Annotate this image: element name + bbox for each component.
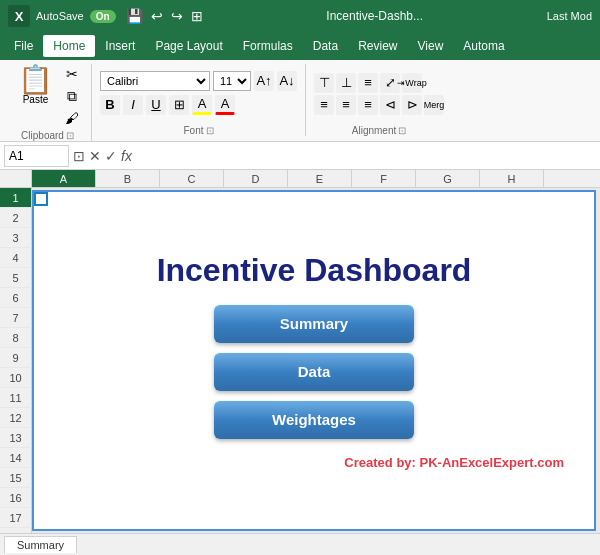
align-middle-button[interactable]: ⊥ xyxy=(336,73,356,93)
formula-fn-icon[interactable]: fx xyxy=(121,148,132,164)
paste-label: Paste xyxy=(23,94,49,105)
menu-automate[interactable]: Automa xyxy=(453,35,514,57)
undo-icon[interactable]: ↩ xyxy=(151,8,163,24)
row-num-8[interactable]: 8 xyxy=(0,328,32,348)
save-icon[interactable]: 💾 xyxy=(126,8,143,24)
borders-button[interactable]: ⊞ xyxy=(169,95,189,115)
row-num-1[interactable]: 1 xyxy=(0,188,32,208)
merge-button[interactable]: Merg xyxy=(424,95,444,115)
cut-button[interactable]: ✂ xyxy=(61,64,83,84)
row-num-17[interactable]: 17 xyxy=(0,508,32,528)
paste-button[interactable]: 📋 Paste xyxy=(12,64,59,107)
font-size-select[interactable]: 11 xyxy=(213,71,251,91)
font-label: Font ⊡ xyxy=(183,125,213,136)
menu-formulas[interactable]: Formulas xyxy=(233,35,303,57)
col-header-e[interactable]: E xyxy=(288,170,352,187)
dashboard-title: Incentive Dashboard xyxy=(157,252,472,289)
format-painter-button[interactable]: 🖌 xyxy=(61,108,83,128)
clipboard-right: ✂ ⧉ 🖌 xyxy=(61,64,83,128)
row-num-16[interactable]: 16 xyxy=(0,488,32,508)
align-bottom-button[interactable]: ≡ xyxy=(358,73,378,93)
copy-button[interactable]: ⧉ xyxy=(61,86,83,106)
title-bar-right: Last Mod xyxy=(547,10,592,22)
col-header-c[interactable]: C xyxy=(160,170,224,187)
menu-file[interactable]: File xyxy=(4,35,43,57)
italic-button[interactable]: I xyxy=(123,95,143,115)
row-num-13[interactable]: 13 xyxy=(0,428,32,448)
font-row2: B I U ⊞ A A xyxy=(100,95,297,115)
col-header-b[interactable]: B xyxy=(96,170,160,187)
menu-data[interactable]: Data xyxy=(303,35,348,57)
font-row1: Calibri 11 A↑ A↓ xyxy=(100,71,297,91)
data-button[interactable]: Data xyxy=(214,353,414,391)
autosave-toggle[interactable]: On xyxy=(90,10,116,23)
row-num-9[interactable]: 9 xyxy=(0,348,32,368)
fill-color-button[interactable]: A xyxy=(192,95,212,115)
align-center-button[interactable]: ≡ xyxy=(336,95,356,115)
underline-button[interactable]: U xyxy=(146,95,166,115)
row-num-6[interactable]: 6 xyxy=(0,288,32,308)
paste-icon: 📋 xyxy=(18,66,53,94)
col-header-g[interactable]: G xyxy=(416,170,480,187)
font-color-button[interactable]: A xyxy=(215,95,235,115)
clipboard-group: 📋 Paste ✂ ⧉ 🖌 Clipboard ⊡ xyxy=(8,64,92,141)
weightages-button[interactable]: Weightages xyxy=(214,401,414,439)
formula-cancel-icon[interactable]: ✕ xyxy=(89,148,101,164)
clipboard-expand-icon[interactable]: ⊡ xyxy=(66,130,74,141)
row-num-10[interactable]: 10 xyxy=(0,368,32,388)
formula-confirm-icon[interactable]: ✓ xyxy=(105,148,117,164)
align-top-button[interactable]: ⊤ xyxy=(314,73,334,93)
row-num-14[interactable]: 14 xyxy=(0,448,32,468)
dashboard-buttons: Summary Data Weightages xyxy=(54,305,574,439)
tab-bar: Summary xyxy=(0,533,600,555)
wrap-text-button[interactable]: ⇥Wrap xyxy=(402,73,422,93)
font-group: Calibri 11 A↑ A↓ B I U ⊞ A A Font ⊡ xyxy=(96,64,306,136)
row-num-12[interactable]: 12 xyxy=(0,408,32,428)
col-header-d[interactable]: D xyxy=(224,170,288,187)
increase-indent-button[interactable]: ⊳ xyxy=(402,95,422,115)
cell-reference-input[interactable] xyxy=(4,145,69,167)
menu-home[interactable]: Home xyxy=(43,35,95,57)
row-num-2[interactable]: 2 xyxy=(0,208,32,228)
bold-button[interactable]: B xyxy=(100,95,120,115)
alignment-content: ⊤ ⊥ ≡ ⤢ ⇥Wrap ≡ ≡ ≡ ⊲ ⊳ Merg xyxy=(314,64,444,123)
row-num-3[interactable]: 3 xyxy=(0,228,32,248)
summary-button[interactable]: Summary xyxy=(214,305,414,343)
col-header-a[interactable]: A xyxy=(32,170,96,187)
row-num-7[interactable]: 7 xyxy=(0,308,32,328)
redo-icon[interactable]: ↪ xyxy=(171,8,183,24)
clipboard-label: Clipboard ⊡ xyxy=(21,130,74,141)
align-left-button[interactable]: ≡ xyxy=(314,95,334,115)
cell-selection-indicator xyxy=(34,192,48,206)
excel-logo: X xyxy=(8,5,30,27)
formula-expand-icon: ⊡ xyxy=(73,148,85,164)
font-expand-icon[interactable]: ⊡ xyxy=(206,125,214,136)
alignment-expand-icon[interactable]: ⊡ xyxy=(398,125,406,136)
spreadsheet-area: A B C D E F G H 1 2 3 4 5 6 7 8 9 10 11 … xyxy=(0,170,600,555)
row-num-5[interactable]: 5 xyxy=(0,268,32,288)
menu-view[interactable]: View xyxy=(408,35,454,57)
menu-insert[interactable]: Insert xyxy=(95,35,145,57)
col-header-h[interactable]: H xyxy=(480,170,544,187)
formula-input[interactable] xyxy=(136,145,596,167)
col-header-f[interactable]: F xyxy=(352,170,416,187)
row-num-15[interactable]: 15 xyxy=(0,468,32,488)
sheet-tab-summary[interactable]: Summary xyxy=(4,536,77,553)
menu-page-layout[interactable]: Page Layout xyxy=(145,35,232,57)
credit-url: PK-AnExcelExpert.com xyxy=(420,455,565,470)
ribbon: 📋 Paste ✂ ⧉ 🖌 Clipboard ⊡ Calibri 11 xyxy=(0,60,600,142)
grid-icon[interactable]: ⊞ xyxy=(191,8,203,24)
font-family-select[interactable]: Calibri xyxy=(100,71,210,91)
clipboard-content: 📋 Paste ✂ ⧉ 🖌 xyxy=(12,64,83,128)
column-header-row: A B C D E F G H xyxy=(0,170,600,188)
autosave-label: AutoSave xyxy=(36,10,84,22)
dashboard-credit: Created by: PK-AnExcelExpert.com xyxy=(344,455,564,470)
increase-font-button[interactable]: A↑ xyxy=(254,71,274,91)
row-num-4[interactable]: 4 xyxy=(0,248,32,268)
row-num-11[interactable]: 11 xyxy=(0,388,32,408)
align-right-button[interactable]: ≡ xyxy=(358,95,378,115)
menu-review[interactable]: Review xyxy=(348,35,407,57)
title-bar: X AutoSave On 💾 ↩ ↪ ⊞ Incentive-Dashb...… xyxy=(0,0,600,32)
decrease-indent-button[interactable]: ⊲ xyxy=(380,95,400,115)
decrease-font-button[interactable]: A↓ xyxy=(277,71,297,91)
